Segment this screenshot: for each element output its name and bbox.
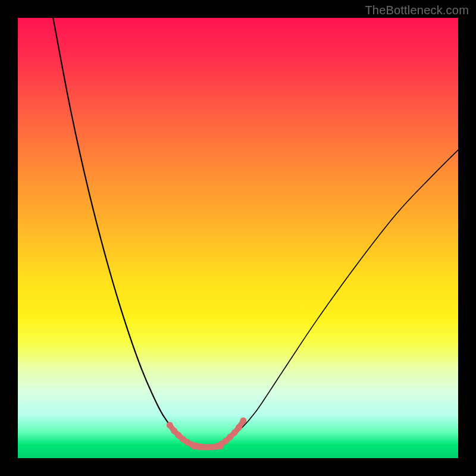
- highlight-right-point: [240, 418, 246, 424]
- plot-area: [18, 18, 458, 458]
- highlight-right-point: [236, 424, 242, 431]
- left-curve: [53, 18, 189, 445]
- watermark-text: TheBottleneck.com: [365, 4, 469, 17]
- curve-layer: [18, 18, 458, 458]
- chart-frame: TheBottleneck.com: [0, 0, 476, 476]
- highlight-left-point: [167, 422, 173, 428]
- right-curve: [220, 150, 458, 445]
- highlight-right-point: [231, 430, 238, 436]
